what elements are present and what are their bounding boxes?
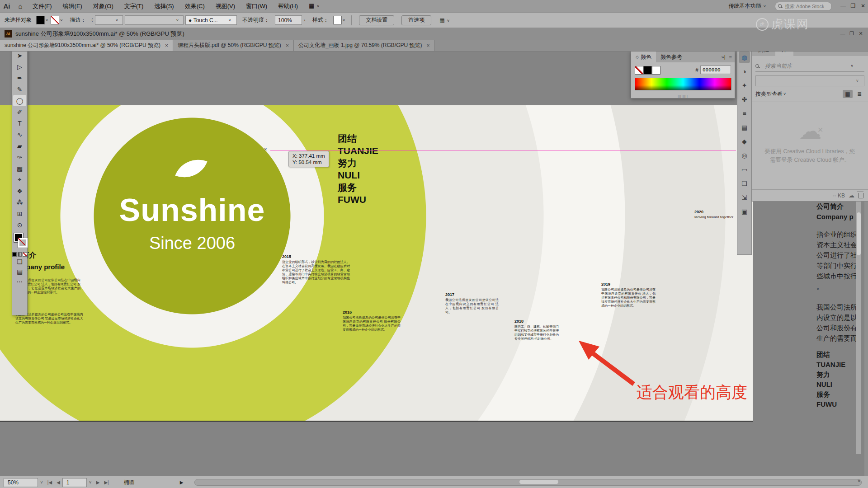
drawing-mode-icon[interactable]: ❏	[12, 257, 27, 267]
dock-export-icon[interactable]: ⇲	[739, 192, 750, 203]
menu-file[interactable]: 文件(F)	[27, 0, 57, 12]
stroke-color-swatch[interactable]	[51, 16, 59, 24]
panel-menu-icon[interactable]: ≡	[729, 54, 732, 60]
align-options-icon[interactable]: ▦ ˅	[439, 17, 452, 23]
chevron-right-icon[interactable]: ›	[304, 18, 305, 23]
next-artboard-icon[interactable]: ▶	[96, 480, 100, 485]
chevron-down-icon[interactable]: ˅	[783, 92, 786, 96]
workspace-switcher[interactable]: 传统基本功能 ˅	[728, 2, 769, 10]
shaper-tool[interactable]: ✑	[12, 151, 27, 163]
tab-close-icon[interactable]: ×	[286, 42, 289, 49]
menu-select[interactable]: 选择(S)	[149, 0, 179, 12]
chevron-down-icon[interactable]: ˅	[343, 18, 345, 23]
zoom-tool[interactable]: ⊙	[12, 219, 27, 230]
library-search[interactable]: ˅	[755, 61, 864, 72]
list-view-icon[interactable]: ≣	[854, 90, 864, 98]
style-swatch[interactable]	[333, 16, 342, 24]
doc-close-button[interactable]: ✕	[856, 31, 865, 37]
tab-color-guide[interactable]: 颜色参考	[656, 52, 687, 62]
menu-help[interactable]: 帮助(H)	[273, 0, 303, 12]
artboard-tool[interactable]: ⊞	[12, 208, 27, 219]
symbol-sprayer-tool[interactable]: ⁂	[12, 197, 27, 208]
last-artboard-icon[interactable]: ▶|	[104, 480, 108, 485]
stepper-down-icon[interactable]: ˅	[92, 20, 94, 23]
doc-restore-button[interactable]: ❐	[847, 31, 856, 37]
dock-swatches-icon[interactable]: ✦	[739, 80, 750, 91]
library-search-input[interactable]	[764, 62, 847, 70]
ellipse-tool[interactable]: ◯	[13, 95, 26, 106]
menu-window[interactable]: 窗口(W)	[241, 0, 273, 12]
library-select[interactable]: ˅	[755, 75, 864, 86]
tab-course-pdf[interactable]: 课程片头横版.pdf @ 50% (RGB/GPU 预览) ×	[173, 40, 294, 51]
tab-close-icon[interactable]: ×	[165, 42, 168, 49]
dock-transparency-icon[interactable]: ◆	[739, 136, 750, 147]
none-button[interactable]	[23, 252, 27, 257]
horizontal-scrollbar-thumb[interactable]	[519, 480, 558, 484]
zoom-level-field[interactable]: 50%	[4, 478, 38, 487]
pencil-tool[interactable]: ∿	[12, 129, 27, 140]
curvature-tool[interactable]: ✎	[12, 84, 27, 95]
color-spectrum-bar[interactable]	[635, 78, 731, 90]
screen-mode-icon[interactable]: ▤	[12, 267, 27, 277]
menu-edit[interactable]: 编辑(E)	[57, 0, 88, 12]
dock-brushes-icon[interactable]: ✤	[739, 94, 750, 105]
preferences-button[interactable]: 首选项	[401, 15, 431, 25]
ruler-guide[interactable]	[270, 150, 736, 150]
document-setup-button[interactable]: 文档设置	[359, 15, 394, 25]
menu-effect[interactable]: 效果(C)	[179, 0, 210, 12]
menu-view[interactable]: 视图(V)	[210, 0, 241, 12]
artboard[interactable]: Sunshine Since 2006 团结 TUANJIE 努力 NULI 服…	[0, 105, 753, 422]
blend-tool[interactable]: ❖	[12, 185, 27, 197]
dock-gradient-icon[interactable]: ▤	[739, 122, 750, 133]
eraser-tool[interactable]: ▰	[12, 140, 27, 151]
zoom-chevron-icon[interactable]: ˅	[40, 480, 43, 485]
status-expand-icon[interactable]: ▶	[180, 480, 184, 485]
none-swatch[interactable]	[635, 66, 643, 75]
chevron-down-icon[interactable]: ˅	[46, 18, 48, 23]
side-scrollbar-thumb[interactable]	[857, 212, 861, 255]
home-icon[interactable]: ⌂	[14, 2, 27, 10]
view-by-label[interactable]: 按类型查看	[755, 90, 783, 98]
window-restore-button[interactable]: ❐	[848, 0, 858, 12]
fill-color-swatch[interactable]	[36, 16, 45, 24]
doc-minimize-button[interactable]: —	[838, 31, 847, 37]
tab-sunshine-ai[interactable]: sunshine 公司形象墙9100x3500mm.ai* @ 50% (RGB…	[0, 40, 173, 51]
dock-color-icon[interactable]: ◍	[739, 52, 750, 63]
dock-stroke-icon[interactable]: ≡	[739, 108, 750, 119]
stroke-swatch[interactable]	[18, 238, 28, 248]
grid-view-icon[interactable]: ▦	[843, 90, 853, 98]
gradient-button[interactable]	[18, 252, 22, 257]
white-swatch[interactable]	[652, 66, 660, 75]
tab-color[interactable]: ◇ 颜色	[631, 52, 656, 62]
opacity-field[interactable]: 100%	[275, 15, 302, 25]
fill-stroke-control[interactable]	[13, 233, 27, 249]
panel-collapse-icon[interactable]: »|	[722, 54, 726, 60]
previous-artboard-icon[interactable]: ◀	[57, 480, 60, 485]
arrange-documents-icon[interactable]: ▦ ˅	[303, 0, 327, 13]
search-input[interactable]	[784, 3, 825, 9]
chevron-down-icon[interactable]: ˅	[60, 18, 62, 23]
adobe-stock-search[interactable]	[775, 2, 832, 11]
black-swatch[interactable]	[643, 66, 652, 75]
artboard-chevron-icon[interactable]: ˅	[89, 480, 92, 485]
gradient-tool[interactable]: ▩	[12, 163, 27, 174]
type-tool[interactable]: T	[12, 117, 27, 129]
pen-tool[interactable]: ✒	[12, 72, 27, 84]
color-button[interactable]	[12, 252, 17, 257]
horizontal-scrollbar[interactable]	[194, 479, 862, 486]
tab-close-icon[interactable]: ×	[426, 42, 429, 49]
paintbrush-tool[interactable]: ✐	[12, 106, 27, 117]
cloud-sync-icon[interactable]: ☁	[849, 192, 854, 199]
menu-type[interactable]: 文字(T)	[119, 0, 149, 12]
dock-graphic-styles-icon[interactable]: ▭	[739, 164, 750, 175]
artboard-number-field[interactable]: 1	[62, 478, 87, 487]
menu-object[interactable]: 对象(O)	[88, 0, 119, 12]
tab-culture-wall-jpg[interactable]: 公司文化墙_画板 1.jpg @ 70.59% (RGB/GPU 预览) ×	[294, 40, 435, 51]
stroke-weight-select[interactable]: ˅	[95, 15, 123, 25]
first-artboard-icon[interactable]: |◀	[47, 480, 52, 485]
trash-icon[interactable]	[858, 193, 863, 198]
stroke-weight-stepper[interactable]: ˄ ˅	[92, 18, 94, 23]
dock-layers-icon[interactable]: ❏	[739, 178, 750, 189]
window-minimize-button[interactable]: —	[838, 0, 848, 12]
window-close-button[interactable]: ✕	[858, 0, 868, 12]
